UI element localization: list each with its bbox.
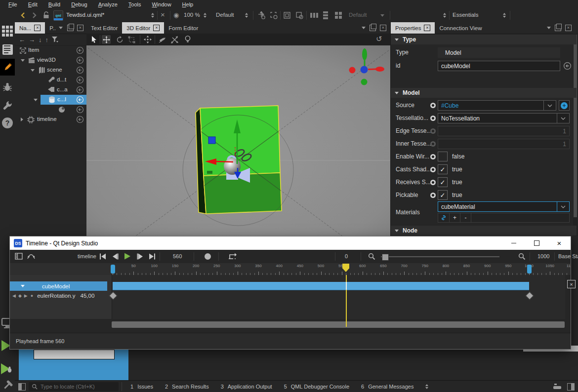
timeline-scrollbar[interactable]: [112, 321, 565, 328]
split-panel-icon[interactable]: [370, 25, 376, 31]
zoom-slider-handle[interactable]: [382, 254, 389, 261]
timeline-titlebar[interactable]: DS Timeline - Qt Design Studio ×: [10, 236, 571, 250]
run-debug-button[interactable]: [0, 361, 15, 377]
menu-edit[interactable]: Edit: [23, 1, 43, 7]
grid-layout-icon[interactable]: [334, 11, 342, 19]
move-left-icon[interactable]: ←: [19, 36, 25, 43]
scrollbar-thumb[interactable]: [574, 35, 577, 217]
action-indicator-icon[interactable]: [430, 167, 436, 172]
build-button[interactable]: [0, 379, 15, 392]
track-row-cubemodel[interactable]: cubeModel: [10, 281, 107, 291]
timeline-ruler[interactable]: 0501001502002503003504004505005506006507…: [10, 263, 571, 275]
to-end-button[interactable]: [147, 252, 157, 261]
range-start-field[interactable]: 0: [345, 253, 348, 259]
combo-chevron[interactable]: [543, 101, 556, 110]
tree-item-material[interactable]: [15, 105, 86, 115]
range-start-handle[interactable]: [111, 265, 115, 274]
export-toggle-icon[interactable]: [76, 96, 84, 104]
output-pane-search-results[interactable]: 2Search Results: [165, 384, 209, 390]
tab-navigator[interactable]: Na... ×: [15, 22, 45, 34]
tab-close-icon[interactable]: ×: [34, 25, 41, 31]
chevron-down-icon[interactable]: [547, 27, 551, 29]
prev-keyframe-icon[interactable]: ◀: [12, 293, 16, 298]
expand-chevron-icon[interactable]: [21, 59, 25, 62]
global-local-toggle-button[interactable]: [170, 35, 179, 44]
locator-search[interactable]: Type to locate (Ctrl+K): [29, 382, 119, 391]
sidebar-mode-selector[interactable]: Essentials: [453, 12, 478, 18]
sidebar-mode-spinner[interactable]: [503, 13, 507, 19]
material-link-button[interactable]: [438, 213, 450, 222]
action-indicator-icon[interactable]: [430, 116, 436, 121]
style-selector[interactable]: Default: [216, 12, 234, 18]
section-node-header[interactable]: Node: [391, 226, 577, 235]
fit-selected-button[interactable]: [143, 35, 152, 44]
prop-spinner-inner-tess[interactable]: 1: [438, 139, 570, 149]
close-panel-icon[interactable]: ×: [77, 25, 83, 31]
lock-icon[interactable]: [42, 11, 50, 19]
edit-light-button[interactable]: [183, 35, 192, 44]
frame-timer-icon[interactable]: [270, 11, 278, 19]
state-label[interactable]: Base State: [558, 253, 578, 259]
zoom-in-icon[interactable]: [517, 252, 527, 261]
export-transforms-icon[interactable]: [257, 11, 265, 19]
prop-combo-tessellation[interactable]: NoTessellation: [438, 113, 570, 123]
tree-item-view3d[interactable]: view3D: [15, 55, 86, 65]
move-right-icon[interactable]: →: [29, 36, 35, 43]
tab-close-icon[interactable]: ×: [424, 25, 430, 31]
scale-tool-button[interactable]: [127, 35, 136, 44]
expand-chevron-icon[interactable]: [34, 99, 38, 101]
toggle-right-sidebar-icon[interactable]: [567, 383, 575, 391]
columns-layout-icon[interactable]: [310, 12, 319, 18]
section-model-header[interactable]: Model: [391, 88, 577, 98]
prop-spinner-edge-tess[interactable]: 1: [438, 126, 570, 136]
menu-help[interactable]: Help: [177, 1, 199, 7]
record-property-icon[interactable]: ●: [31, 293, 33, 298]
expand-chevron-icon[interactable]: [31, 69, 35, 72]
loop-playback-icon[interactable]: [227, 252, 237, 261]
document-switcher-spinner[interactable]: [151, 13, 155, 19]
next-keyframe-icon[interactable]: ▶: [24, 293, 28, 298]
output-pane-qml-debugger[interactable]: 5QML Debugger Console: [284, 384, 349, 390]
keyframe-diamond[interactable]: [526, 292, 534, 300]
output-pane-application-output[interactable]: 3Application Output: [221, 384, 272, 390]
track-row-eulerrotation[interactable]: ◀ ◆ ▶ ● eulerRotation.y 45,00: [10, 291, 112, 300]
chevron-down-icon[interactable]: [362, 27, 366, 29]
move-up-icon[interactable]: ↑: [45, 36, 49, 43]
tab-text-editor[interactable]: Text Editor: [86, 22, 122, 34]
debug-mode-button[interactable]: [0, 80, 15, 93]
tree-item-directional-light[interactable]: d...t: [15, 75, 86, 85]
bounds-timer-icon[interactable]: [295, 11, 303, 19]
back-button[interactable]: [20, 12, 27, 19]
timeline-settings-icon[interactable]: [14, 252, 24, 261]
checkbox-pickable[interactable]: ✓: [438, 190, 448, 200]
checkbox-enable-wireframe[interactable]: [438, 152, 448, 161]
playhead-marker[interactable]: [342, 264, 349, 272]
menu-window[interactable]: Window: [146, 1, 176, 7]
close-panel-icon[interactable]: ×: [380, 25, 386, 31]
style-spinner[interactable]: [245, 13, 249, 19]
rotate-tool-button[interactable]: [115, 35, 124, 44]
add-source-button[interactable]: +: [559, 100, 570, 111]
combo-chevron[interactable]: [557, 114, 569, 123]
prop-combo-source[interactable]: #Cube: [438, 100, 556, 111]
tree-item-camera[interactable]: c...a: [15, 85, 86, 95]
tab-projects[interactable]: P..: [45, 22, 67, 34]
split-panel-icon[interactable]: [555, 25, 561, 31]
apps-grid-icon[interactable]: [0, 25, 15, 38]
range-end-handle[interactable]: [527, 265, 532, 274]
section-type-header[interactable]: Type: [391, 35, 577, 44]
action-indicator-icon[interactable]: [430, 193, 436, 198]
tab-properties[interactable]: Properties ×: [391, 22, 435, 34]
filter-icon[interactable]: [52, 37, 58, 42]
toggle-output-pane-icon[interactable]: [553, 384, 561, 389]
range-end-field[interactable]: 1000: [537, 253, 549, 259]
action-indicator-icon[interactable]: [430, 154, 436, 159]
curve-editor-icon[interactable]: [26, 252, 36, 261]
menu-file[interactable]: File: [3, 1, 23, 7]
run-dropdown-icon[interactable]: ◉: [173, 11, 179, 19]
toggle-left-sidebar-icon[interactable]: [18, 383, 26, 391]
prop-input-id[interactable]: cubeModel: [438, 61, 560, 71]
minimize-button[interactable]: [502, 243, 525, 244]
export-property-icon[interactable]: [563, 62, 572, 70]
menu-tools[interactable]: Tools: [123, 1, 147, 7]
